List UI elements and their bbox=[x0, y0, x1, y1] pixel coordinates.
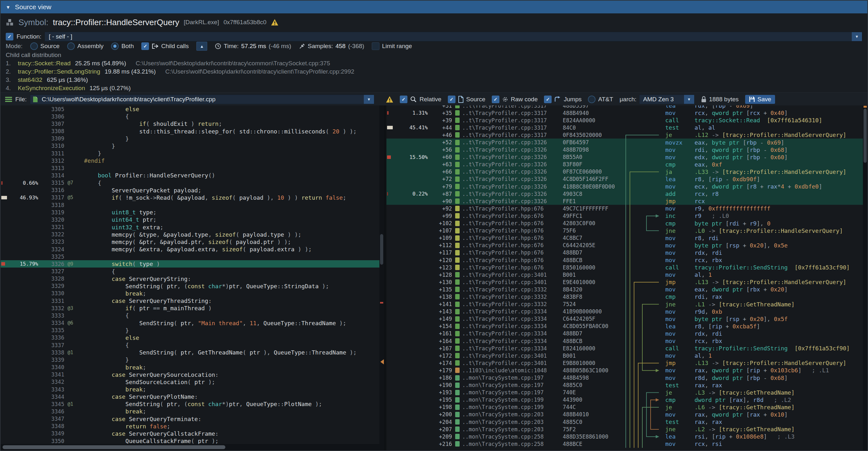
instr-source-location[interactable]: ..t\TracyProfiler.cpp:3326 bbox=[455, 169, 563, 175]
source-line[interactable]: 3307 if( shouldExit ) return; bbox=[1, 120, 379, 127]
instr-source-location[interactable]: ..t\TracyProfiler.cpp:3401 bbox=[455, 279, 563, 285]
instr-source-location[interactable]: ..mon\TracySystem.cpp:258 bbox=[455, 441, 563, 447]
asm-instruction[interactable]: +164..t\TracyProfiler.cpp:3334488BCBmovr… bbox=[386, 337, 863, 344]
asm-instruction[interactable]: +123..t\TracyProfiler.hpp:676E850160000c… bbox=[386, 264, 863, 271]
radio-both[interactable] bbox=[111, 42, 119, 50]
propagate-up-button[interactable]: ▲ bbox=[196, 42, 207, 51]
instr-source-location[interactable]: ..t\TracyProfiler.cpp:3332 bbox=[455, 301, 563, 307]
instr-source-location[interactable]: ..t\TracyProfiler.cpp:3326 bbox=[455, 191, 563, 197]
asm-instruction[interactable]: +198..mon\TracySystem.cpp:199744Cje.L6 -… bbox=[386, 403, 863, 411]
child-call-item[interactable]: 1.tracy::Socket::Read25.25 ms (54.89%)C:… bbox=[6, 59, 862, 67]
instr-source-location[interactable]: ..t\TracyProfiler.cpp:3401 bbox=[455, 360, 563, 366]
instr-source-location[interactable]: ..t\TracyProfiler.cpp:3334 bbox=[455, 315, 563, 322]
jumps-toggle[interactable]: ✓ Jumps bbox=[544, 95, 582, 103]
file-combo[interactable]: C:\Users\wolf\Desktop\darkrl\contrib\tra… bbox=[30, 95, 374, 104]
instr-source-location[interactable]: ..t\TracyProfiler.hpp:676 bbox=[455, 205, 563, 212]
asm-instruction[interactable]: +141..t\TracyProfiler.cpp:33327524jne.L1… bbox=[386, 301, 863, 308]
window-titlebar[interactable]: ▼ Source view bbox=[1, 1, 867, 13]
asm-instruction[interactable]: +46..t\TracyProfiler.cpp:33170F843502000… bbox=[386, 131, 863, 139]
asm-instruction[interactable]: +204..mon\TracySystem.cpp:2034885C0testr… bbox=[386, 418, 863, 425]
radio-assembly-label[interactable]: Assembly bbox=[78, 43, 103, 50]
asm-instruction[interactable]: +56..t\TracyProfiler.cpp:3326488B7D98mov… bbox=[386, 146, 863, 153]
asm-instruction[interactable]: +117..t\TracyProfiler.hpp:676488BD7movrd… bbox=[386, 249, 863, 257]
instr-source-location[interactable]: ..t\TracyProfiler.cpp:3334 bbox=[455, 330, 563, 337]
asm-instruction[interactable]: +167..t\TracyProfiler.cpp:3334E824160000… bbox=[386, 344, 863, 352]
asm-instruction[interactable]: +128..t\TracyProfiler.cpp:3401B001moval,… bbox=[386, 271, 863, 278]
source-vertical-scrollbar[interactable] bbox=[379, 106, 384, 444]
dropdown-arrow-icon[interactable]: ▼ bbox=[364, 95, 374, 104]
radio-source-label[interactable]: Source bbox=[40, 43, 60, 50]
asm-instruction[interactable]: +39..t\TracyProfiler.cpp:3317E824AA0000c… bbox=[386, 117, 863, 124]
instr-source-location[interactable]: ..t\TracyProfiler.cpp:3334 bbox=[455, 345, 563, 352]
source-line[interactable]: 3335 } bbox=[1, 327, 379, 334]
source-horizontal-scrollbar[interactable] bbox=[1, 444, 379, 450]
radio-source[interactable] bbox=[30, 42, 38, 50]
child-call-function[interactable]: KeSynchronizeExecution bbox=[18, 84, 85, 92]
source-toggle[interactable]: ✓ Source bbox=[448, 95, 486, 103]
instr-source-location[interactable]: ..t\TracyProfiler.cpp:3401 bbox=[455, 272, 563, 278]
jumps-checkbox[interactable]: ✓ bbox=[544, 95, 552, 103]
instr-source-location[interactable]: ..t\TracyProfiler.cpp:3317 bbox=[455, 106, 563, 109]
child-calls-label[interactable]: Child calls bbox=[161, 43, 189, 50]
asm-instruction[interactable]: +149..t\TracyProfiler.cpp:3334C64424205F… bbox=[386, 315, 863, 323]
asm-instruction[interactable]: +112..t\TracyProfiler.hpp:676C64424205Em… bbox=[386, 242, 863, 249]
source-line[interactable]: 3342 SendSourceLocation( ptr ); bbox=[1, 379, 379, 386]
source-line[interactable]: 3311 } bbox=[1, 150, 379, 157]
asm-instruction[interactable]: +193..mon\TracySystem.cpp:197740Eje.L3 -… bbox=[386, 389, 863, 396]
source-line[interactable]: 3309 } bbox=[1, 135, 379, 142]
function-checkbox[interactable]: ✓ bbox=[6, 33, 13, 40]
source-line[interactable]: 3314 bool Profiler::HandleServerQuery() bbox=[1, 172, 379, 179]
asm-instruction[interactable]: +31..t\TracyProfiler.cpp:3317488D5597lea… bbox=[386, 106, 863, 109]
child-call-item[interactable]: 2.tracy::Profiler::SendLongString19.88 m… bbox=[6, 67, 862, 76]
source-line[interactable]: 3324 memcpy( &extra, &payload.extra, siz… bbox=[1, 246, 379, 253]
source-line[interactable]: 3346 break; bbox=[1, 408, 379, 415]
asm-instruction[interactable]: 1.31%+35..t\TracyProfiler.cpp:3317488B49… bbox=[386, 109, 863, 117]
instr-source-location[interactable]: ..t\TracyProfiler.cpp:3326 bbox=[455, 139, 563, 146]
source-line[interactable]: 15.79%3326@9 switch( type ) bbox=[1, 260, 379, 268]
instr-source-location[interactable]: ..mon\TracySystem.cpp:197 bbox=[455, 389, 563, 396]
asm-instruction[interactable]: +92..t\TracyProfiler.hpp:67649C7C1FFFFFF… bbox=[386, 205, 863, 212]
instr-source-location[interactable]: ..t\TracyProfiler.cpp:3317 bbox=[455, 117, 563, 124]
asm-instruction[interactable]: +90..t\TracyProfiler.cpp:3326FFE1jmprcx bbox=[386, 198, 863, 205]
instr-source-location[interactable]: ..mon\TracySystem.cpp:203 bbox=[455, 426, 563, 432]
source-line[interactable]: 3348 return false; bbox=[1, 423, 379, 430]
dropdown-arrow-icon[interactable]: ▼ bbox=[852, 32, 862, 41]
instr-source-location[interactable]: ..t\TracyProfiler.cpp:3332 bbox=[455, 286, 563, 293]
asm-instruction[interactable]: +209..mon\TracySystem.cpp:258488D35E8861… bbox=[386, 433, 863, 440]
source-line[interactable]: 3341 case ServerQuerySourceLocation: bbox=[1, 371, 379, 379]
instr-source-location[interactable]: ..mon\TracySystem.cpp:197 bbox=[455, 382, 563, 388]
source-line[interactable]: 3318 bbox=[1, 201, 379, 209]
source-line[interactable]: 3333 { bbox=[1, 312, 379, 319]
relative-label[interactable]: Relative bbox=[420, 96, 441, 103]
pane-divider[interactable] bbox=[384, 106, 386, 450]
asm-instruction[interactable]: +72..t\TracyProfiler.cpp:33264C8D05F146F… bbox=[386, 176, 863, 183]
scrollbar-thumb[interactable] bbox=[380, 234, 383, 265]
child-call-function[interactable]: tracy::Socket::Read bbox=[18, 59, 71, 67]
instr-source-location[interactable]: ..mon\TracySystem.cpp:199 bbox=[455, 396, 563, 403]
att-label[interactable]: AT&T bbox=[598, 96, 613, 103]
instr-source-location[interactable]: ..t\TracyProfiler.hpp:676 bbox=[455, 235, 563, 241]
relative-checkbox[interactable]: ✓ bbox=[400, 95, 407, 103]
source-line[interactable]: 3331 case ServerQueryThreadString: bbox=[1, 297, 379, 304]
radio-group-assembly[interactable]: Assembly bbox=[67, 42, 103, 50]
asm-instruction[interactable]: +195..mon\TracySystem.cpp:199443900cmpdw… bbox=[386, 396, 863, 403]
source-line[interactable]: 3349 case ServerQueryCallstackFrame: bbox=[1, 430, 379, 437]
assembly-vertical-scrollbar[interactable] bbox=[863, 106, 867, 450]
source-line[interactable]: 3327 { bbox=[1, 268, 379, 275]
instr-source-location[interactable]: ..t\TracyProfiler.cpp:3334 bbox=[455, 308, 563, 315]
instr-source-location[interactable]: ..t\TracyProfiler.cpp:3326 bbox=[455, 147, 563, 153]
source-line[interactable]: 3305 else bbox=[1, 106, 379, 113]
source-line[interactable]: 3338@1 SendString( ptr, GetThreadName( p… bbox=[1, 349, 379, 356]
instr-source-location[interactable]: ..t\TracyProfiler.cpp:3326 bbox=[455, 154, 563, 160]
limit-range-label[interactable]: Limit range bbox=[382, 43, 412, 50]
source-line[interactable]: 3313 bbox=[1, 164, 379, 172]
source-line[interactable]: 3308 std::this_thread::sleep_for( std::c… bbox=[1, 127, 379, 135]
radio-both-label[interactable]: Both bbox=[121, 43, 134, 50]
instr-source-location[interactable]: ..t\TracyProfiler.cpp:3334 bbox=[455, 323, 563, 329]
source-line[interactable]: 3310 } bbox=[1, 142, 379, 150]
asm-instruction[interactable]: +207..mon\TracySystem.cpp:20375F2jne.L2 … bbox=[386, 425, 863, 433]
asm-instruction[interactable]: +161..t\TracyProfiler.cpp:3334488BD7movr… bbox=[386, 330, 863, 337]
child-call-function[interactable]: tracy::Profiler::SendLongString bbox=[18, 67, 100, 76]
instr-source-location[interactable]: ..mon\TracySystem.cpp:203 bbox=[455, 411, 563, 418]
instr-source-location[interactable]: ..t\TracyProfiler.hpp:676 bbox=[455, 249, 563, 256]
